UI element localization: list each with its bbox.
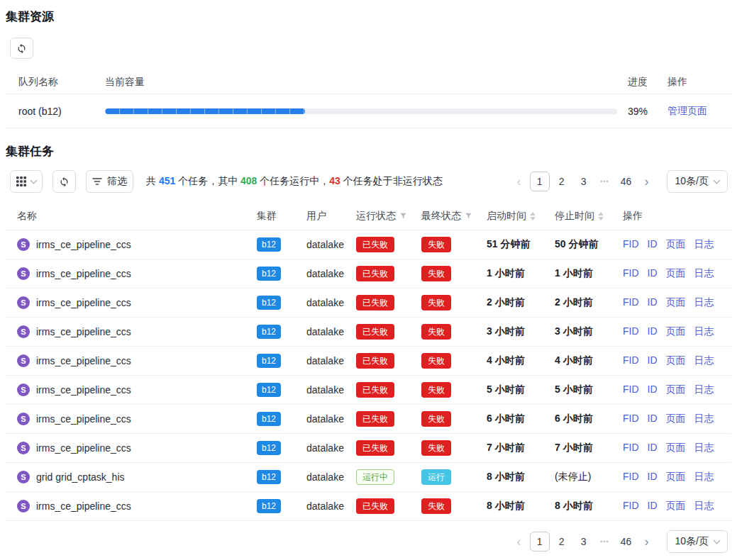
- task-rows: S irms_ce_pipeline_ccs b12 datalake 已失败 …: [6, 230, 731, 521]
- action-link-页面[interactable]: 页面: [666, 471, 686, 483]
- action-link-页面[interactable]: 页面: [666, 413, 686, 425]
- refresh-icon: [59, 177, 70, 187]
- page-size-select-top[interactable]: 10条/页: [667, 170, 728, 193]
- cluster-tag: b12: [257, 325, 281, 339]
- action-link-FID[interactable]: FID: [623, 325, 639, 338]
- page-button-1[interactable]: 1: [530, 172, 550, 191]
- action-link-页面[interactable]: 页面: [666, 442, 686, 454]
- action-link-ID[interactable]: ID: [648, 325, 658, 338]
- action-link-日志[interactable]: 日志: [694, 325, 714, 338]
- action-link-ID[interactable]: ID: [648, 471, 658, 483]
- chevron-down-icon: [714, 177, 721, 184]
- user-name: datalake: [306, 326, 356, 337]
- start-time: 51 分钟前: [487, 238, 555, 251]
- action-link-ID[interactable]: ID: [648, 354, 658, 367]
- action-link-页面[interactable]: 页面: [666, 238, 686, 251]
- page-button-2[interactable]: 2: [552, 532, 572, 551]
- user-name: datalake: [306, 239, 356, 250]
- page-size-select-bottom[interactable]: 10条/页: [667, 530, 728, 553]
- action-link-日志[interactable]: 日志: [694, 383, 714, 396]
- filter-funnel-icon[interactable]: [399, 212, 407, 220]
- filter-funnel-icon[interactable]: [465, 212, 472, 220]
- action-link-日志[interactable]: 日志: [694, 500, 714, 513]
- action-link-ID[interactable]: ID: [648, 442, 658, 454]
- tasks-table-header: 名称 集群 用户 运行状态 最终状态 启动时间 停止时间 操作: [6, 202, 731, 230]
- action-link-页面[interactable]: 页面: [666, 500, 686, 513]
- row-actions: FIDID页面日志: [623, 267, 726, 280]
- refresh-icon: [16, 43, 27, 54]
- action-link-日志[interactable]: 日志: [694, 296, 714, 309]
- prev-page-button[interactable]: ‹: [511, 172, 528, 191]
- action-link-FID[interactable]: FID: [623, 267, 639, 280]
- column-header-cluster: 集群: [257, 210, 306, 223]
- action-link-FID[interactable]: FID: [623, 354, 639, 367]
- page-button-3[interactable]: 3: [574, 172, 594, 191]
- action-link-日志[interactable]: 日志: [694, 471, 714, 483]
- stopped-count: 43: [329, 175, 340, 186]
- page-button-2[interactable]: 2: [552, 172, 572, 191]
- page-size-value: 10条/页: [675, 175, 709, 188]
- task-name: irms_ce_pipeline_ccs: [36, 326, 131, 337]
- cluster-tag: b12: [257, 296, 281, 310]
- action-link-ID[interactable]: ID: [648, 296, 658, 309]
- action-link-日志[interactable]: 日志: [694, 354, 714, 367]
- action-link-FID[interactable]: FID: [623, 238, 639, 251]
- action-link-FID[interactable]: FID: [623, 442, 639, 454]
- user-name: datalake: [306, 413, 356, 425]
- column-header-user: 用户: [306, 210, 356, 223]
- prev-page-button[interactable]: ‹: [511, 532, 528, 551]
- final-status-badge: 失败: [421, 411, 451, 427]
- sort-icon[interactable]: [530, 212, 536, 220]
- queue-row: root (b12) 39% 管理页面: [6, 94, 731, 128]
- manage-page-link[interactable]: 管理页面: [667, 105, 731, 118]
- page-button-1[interactable]: 1: [530, 532, 550, 551]
- action-link-FID[interactable]: FID: [623, 383, 639, 396]
- filter-button[interactable]: 筛选: [86, 170, 133, 193]
- action-link-FID[interactable]: FID: [623, 296, 639, 309]
- resources-title: 集群资源: [6, 10, 731, 24]
- sort-icon[interactable]: [598, 212, 604, 220]
- action-link-ID[interactable]: ID: [648, 413, 658, 425]
- pagination-top: ‹123•••46›: [511, 172, 655, 191]
- action-link-日志[interactable]: 日志: [694, 267, 714, 280]
- next-page-button[interactable]: ›: [638, 172, 655, 191]
- action-link-页面[interactable]: 页面: [666, 267, 686, 280]
- action-link-FID[interactable]: FID: [623, 471, 639, 483]
- task-name: grid grid_cptask_his: [36, 471, 125, 483]
- column-header-operation: 操作: [623, 210, 726, 223]
- page-button-46[interactable]: 46: [616, 532, 636, 551]
- run-status-badge: 已失败: [356, 266, 394, 281]
- action-link-日志[interactable]: 日志: [694, 238, 714, 251]
- action-link-ID[interactable]: ID: [648, 500, 658, 513]
- action-link-页面[interactable]: 页面: [666, 383, 686, 396]
- action-link-日志[interactable]: 日志: [694, 413, 714, 425]
- page-button-3[interactable]: 3: [574, 532, 594, 551]
- action-link-ID[interactable]: ID: [648, 267, 658, 280]
- user-name: datalake: [306, 471, 356, 483]
- action-link-FID[interactable]: FID: [623, 413, 639, 425]
- final-status-badge: 失败: [421, 295, 451, 310]
- page-ellipsis: •••: [596, 538, 614, 545]
- cluster-tag: b12: [257, 383, 281, 397]
- next-page-button[interactable]: ›: [638, 532, 655, 551]
- app-type-icon: S: [17, 238, 30, 251]
- action-link-页面[interactable]: 页面: [666, 354, 686, 367]
- page-button-46[interactable]: 46: [616, 172, 636, 191]
- queue-name: root (b12): [18, 106, 105, 117]
- cluster-tag: b12: [257, 441, 281, 455]
- action-link-日志[interactable]: 日志: [694, 442, 714, 454]
- action-link-FID[interactable]: FID: [623, 500, 639, 513]
- table-row: S irms_ce_pipeline_ccs b12 datalake 已失败 …: [6, 405, 731, 434]
- column-header-start-time: 启动时间: [487, 210, 555, 223]
- tasks-refresh-button[interactable]: [52, 170, 76, 193]
- action-link-页面[interactable]: 页面: [666, 325, 686, 338]
- columns-config-button[interactable]: [10, 170, 43, 193]
- user-name: datalake: [306, 384, 356, 396]
- action-link-ID[interactable]: ID: [648, 238, 658, 251]
- page-ellipsis: •••: [596, 178, 614, 185]
- action-link-ID[interactable]: ID: [648, 383, 658, 396]
- grid-icon: [16, 177, 26, 186]
- action-link-页面[interactable]: 页面: [666, 296, 686, 309]
- resources-refresh-button[interactable]: [10, 38, 33, 59]
- stop-time: 5 小时前: [555, 383, 623, 396]
